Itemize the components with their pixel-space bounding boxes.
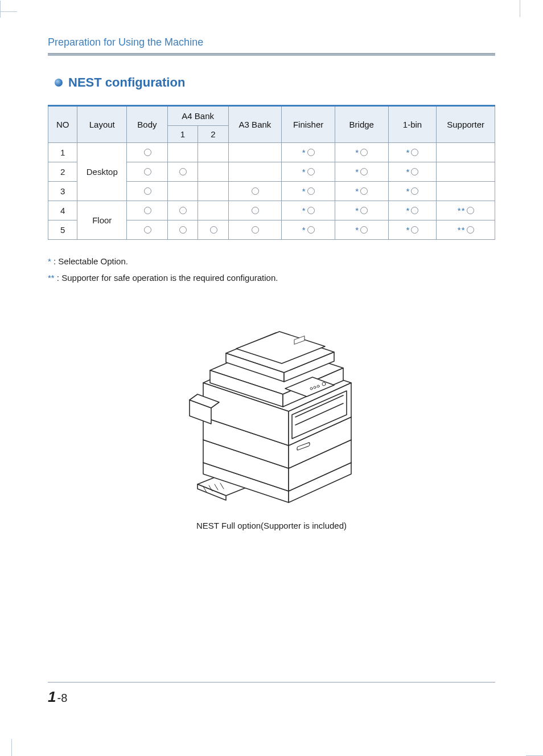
cell-body [127,201,167,220]
cell-body [127,220,167,240]
th-supporter: Supporter [437,106,495,143]
cell-body [127,162,167,182]
table-row: 4Floor***** [48,201,495,220]
th-layout: Layout [77,106,127,143]
cell-no: 1 [48,143,77,162]
th-a4-2: 2 [198,126,229,143]
header-rule [48,53,495,56]
cell-bin: * [388,162,437,182]
th-a3bank: A3 Bank [228,106,282,143]
bullet-icon [55,79,63,87]
cell-a3 [228,220,282,240]
cell-bin: * [388,143,437,162]
cell-a4_1 [167,201,198,220]
cell-no: 4 [48,201,77,220]
cell-bin: * [388,182,437,201]
cell-a4_1 [167,220,198,240]
cell-no: 2 [48,162,77,182]
cell-sup [437,162,495,182]
cell-a4_1 [167,182,198,201]
svg-point-37 [314,386,316,389]
th-a4bank: A4 Bank [167,106,228,126]
cell-br: * [335,143,388,162]
cell-a4_2 [198,201,229,220]
svg-point-36 [310,387,312,390]
note2-asterisk: ** [48,273,55,283]
cell-sup [437,182,495,201]
cell-a4_1 [167,143,198,162]
nest-config-table: NO Layout Body A4 Bank A3 Bank Finisher … [48,105,495,240]
cell-br: * [335,162,388,182]
page-number: 1-8 [48,688,495,706]
th-bridge: Bridge [335,106,388,143]
cell-a3 [228,162,282,182]
footer-rule [48,682,495,683]
cell-bin: * [388,201,437,220]
cell-fin: * [282,162,335,182]
cell-bin: * [388,220,437,240]
th-finisher: Finisher [282,106,335,143]
cell-a3 [228,201,282,220]
cell-br: * [335,201,388,220]
cell-layout-desktop: Desktop [77,143,127,201]
cell-a4_1 [167,162,198,182]
figure-caption: NEST Full option(Supporter is included) [48,521,495,530]
note2-text: : Supporter for safe operation is the re… [57,273,278,283]
cell-a4_2 [198,182,229,201]
chapter-header: Preparation for Using the Machine [48,36,495,48]
cell-a3 [228,182,282,201]
th-no: NO [48,106,77,143]
cell-a4_2 [198,220,229,240]
cell-a4_2 [198,162,229,182]
svg-point-34 [322,382,326,386]
th-a4-1: 1 [167,126,198,143]
svg-point-38 [317,385,319,387]
cell-layout-floor: Floor [77,201,127,240]
cell-no: 5 [48,220,77,240]
printer-illustration [163,303,380,508]
table-notes: * : Selectable Option. ** : Supporter fo… [48,254,495,286]
cell-br: * [335,182,388,201]
cell-fin: * [282,201,335,220]
cell-no: 3 [48,182,77,201]
note1-text: : Selectable Option. [54,256,128,266]
cell-sup [437,143,495,162]
cell-fin: * [282,182,335,201]
th-body: Body [127,106,167,143]
cell-a3 [228,143,282,162]
table-row: 1Desktop*** [48,143,495,162]
section-title: NEST configuration [68,75,185,90]
cell-sup: ** [437,220,495,240]
note1-asterisk: * [48,256,54,266]
cell-body [127,143,167,162]
th-1bin: 1-bin [388,106,437,143]
cell-br: * [335,220,388,240]
cell-fin: * [282,143,335,162]
cell-sup: ** [437,201,495,220]
cell-a4_2 [198,143,229,162]
cell-fin: * [282,220,335,240]
cell-body [127,182,167,201]
